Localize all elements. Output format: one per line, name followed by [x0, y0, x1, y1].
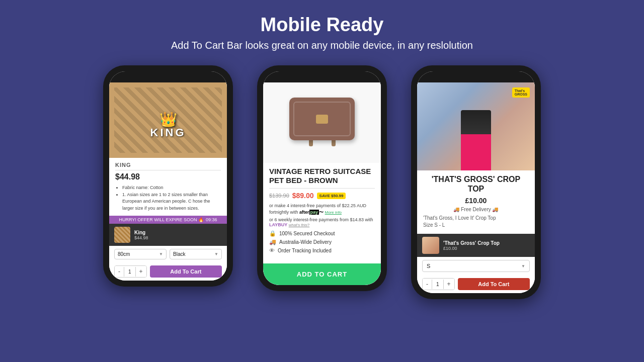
phone-2-orig-price: $139.90	[269, 193, 289, 199]
phone-3-size-label: Size S - L	[423, 222, 529, 228]
phone-1-size-select[interactable]: 80cm ▼	[114, 249, 167, 259]
phone-1-add-to-cart-button[interactable]: Add To Cart	[150, 265, 222, 278]
phone-1-color-select[interactable]: Black ▼	[170, 249, 222, 259]
phone-2-laybuy-info: or 6 weekly interest-free payments from …	[269, 217, 375, 227]
phone-1-qty-plus[interactable]: +	[136, 266, 146, 277]
phone-2-screen: VINTAGE RETRO SUITCASE PET BED - BROWN $…	[263, 71, 381, 285]
phone-2-divider	[269, 188, 375, 189]
phone-3-product-image: That'sGROSS	[417, 82, 535, 170]
phone-3-qty-plus[interactable]: +	[444, 279, 454, 290]
more-info-link[interactable]: More info	[325, 210, 342, 215]
truck-icon-2: 🚚	[269, 239, 276, 245]
crown-icon: 👑	[159, 111, 177, 128]
phone-3-add-to-cart-button[interactable]: Add To Cart	[458, 278, 530, 290]
phone-3-qty-value: 1	[432, 280, 444, 289]
phone-2-notch	[263, 71, 381, 82]
phone-1-notch	[109, 71, 227, 82]
laybuy-logo: LAYBUY	[269, 222, 287, 227]
phone-3-product-title: 'THAT'S GROSS' CROP TOP	[423, 174, 529, 194]
phone-1-product-image: 👑 KING	[109, 82, 227, 158]
eye-icon: 👁	[269, 247, 275, 253]
phone-1-divider	[115, 170, 221, 170]
afterpay-logo: afterpay〜	[299, 210, 324, 215]
phone-2-sale-price: $89.00	[292, 192, 314, 200]
phone-1-color-value: Black	[173, 251, 185, 257]
phone-3-thumb	[422, 237, 439, 254]
phone-3-sticky-bar: 'That's Gross' Crop Top £10.00	[417, 234, 535, 257]
phone-3-notch-cutout	[453, 72, 499, 82]
phone-2-product-details: VINTAGE RETRO SUITCASE PET BED - BROWN $…	[263, 163, 381, 259]
phone-3-screen: That'sGROSS 'THAT'S GROSS' CROP TOP £10.…	[417, 71, 535, 293]
suitcase-graphic	[289, 98, 355, 148]
phone-3-delivery: 🚚 Free Delivery 🚚	[423, 207, 529, 212]
phone-1-content: 👑 KING KING $44.98 Fabric name: Cotton 1…	[109, 82, 227, 281]
phone-3-size-select[interactable]: S ▼	[422, 260, 530, 272]
phone-1-urgency-text: HURRY! OFFER WILL EXPIRE SOON 🔥	[119, 217, 204, 222]
phone-1-timer: 09:36	[206, 217, 217, 222]
phone-3-qty-minus[interactable]: -	[423, 279, 432, 290]
suitcase-clasp	[316, 115, 328, 124]
phone-2-feature-1-text: 100% Secured Checkout	[279, 231, 335, 236]
king-shirt-text: KING	[150, 126, 186, 139]
phone-1-bullets: Fabric name: Cotton 1. Asian sizes are 1…	[115, 185, 221, 212]
phone-3-notch	[417, 71, 535, 82]
phone-3-price: £10.00	[423, 197, 529, 205]
phone-3-controls: - 1 + Add To Cart	[417, 275, 535, 293]
phone-2-save-badge: SAVE $50.99	[317, 193, 346, 199]
phone-3: That'sGROSS 'THAT'S GROSS' CROP TOP £10.…	[411, 65, 541, 299]
phone-2-add-to-cart-button[interactable]: ADD TO CART	[263, 263, 381, 285]
phone-3-description: 'That's Gross, I Love It' Crop Top	[423, 215, 529, 221]
phone-2-feature-2: 🚚 Australia-Wide Delivery	[269, 239, 375, 245]
phone-1-qty-value: 1	[124, 267, 136, 277]
phone-1-urgency-banner: HURRY! OFFER WILL EXPIRE SOON 🔥 09:36	[109, 216, 227, 224]
chevron-down-icon-3: ▼	[521, 264, 525, 268]
phones-container: 👑 KING KING $44.98 Fabric name: Cotton 1…	[103, 65, 541, 299]
phone-2-content: VINTAGE RETRO SUITCASE PET BED - BROWN $…	[263, 82, 381, 285]
phone-2-afterpay-info: or make 4 interest-free payments of $22.…	[269, 203, 375, 215]
phone-3-product-details: 'THAT'S GROSS' CROP TOP £10.00 🚚 Free De…	[417, 170, 535, 234]
phone-1: 👑 KING KING $44.98 Fabric name: Cotton 1…	[103, 65, 233, 287]
phone-2-feature-1: 🔒 100% Secured Checkout	[269, 230, 375, 237]
phone-2: VINTAGE RETRO SUITCASE PET BED - BROWN $…	[257, 65, 387, 291]
phone-3-bar-price: £10.00	[443, 246, 500, 251]
phone-1-controls: 80cm ▼ Black ▼	[109, 246, 227, 262]
phone-1-size-value: 80cm	[118, 251, 130, 257]
phone-1-bullet-1: Fabric name: Cotton	[122, 185, 221, 192]
page-subtitle: Add To Cart Bar looks great on any mobil…	[171, 40, 473, 51]
phone-3-thumb-image	[422, 237, 439, 254]
phone-2-product-title: VINTAGE RETRO SUITCASE PET BED - BROWN	[269, 167, 375, 185]
chevron-down-icon-2: ▼	[214, 252, 218, 256]
phone-1-price: $44.98	[115, 172, 221, 182]
phone-2-feature-3: 👁 Order Tracking Included	[269, 247, 375, 253]
phone-3-bar-info: 'That's Gross' Crop Top £10.00	[443, 240, 500, 251]
phone-1-thumb	[114, 227, 130, 243]
phone-3-content: That'sGROSS 'THAT'S GROSS' CROP TOP £10.…	[417, 82, 535, 293]
page-header: Mobile Ready Add To Cart Bar looks great…	[161, 0, 483, 56]
phone-2-notch-cutout	[299, 72, 345, 82]
page-title: Mobile Ready	[171, 14, 473, 36]
phone-1-bullet-2: 1. Asian sizes are 1 to 2 sizes smaller …	[122, 192, 221, 212]
phone-2-product-image	[263, 82, 381, 163]
suitcase-legs	[289, 140, 355, 146]
phone-1-qty-row: - 1 + Add To Cart	[109, 262, 227, 281]
phone-3-qty-control[interactable]: - 1 +	[422, 278, 455, 290]
phone-1-qty-control[interactable]: - 1 +	[114, 265, 147, 278]
phone-2-price-row: $139.90 $89.00 SAVE $50.99	[269, 192, 375, 200]
phone-1-product-details: KING $44.98 Fabric name: Cotton 1. Asian…	[109, 158, 227, 216]
phone-1-bar-price: $44.98	[134, 235, 148, 240]
phone-1-product-label: KING	[115, 162, 221, 168]
phone-1-bar-info: King $44.98	[134, 230, 148, 240]
phone-1-bar-name: King	[134, 230, 148, 235]
lock-icon: 🔒	[269, 230, 276, 237]
suitcase-leg-left	[309, 140, 313, 146]
phone-1-qty-minus[interactable]: -	[115, 266, 124, 277]
suitcase-leg-right	[332, 140, 336, 146]
phone-2-feature-2-text: Australia-Wide Delivery	[279, 239, 332, 245]
phone-2-laybuy-price: $14.83 with	[350, 217, 373, 222]
phone-1-notch-pill	[153, 75, 183, 82]
whats-this-link[interactable]: what's this?	[289, 223, 310, 227]
phone-3-size-value: S	[427, 263, 430, 269]
suitcase-body	[289, 98, 355, 140]
phone-2-feature-3-text: Order Tracking Included	[278, 248, 332, 253]
phone-3-bar-name: 'That's Gross' Crop Top	[443, 240, 500, 246]
